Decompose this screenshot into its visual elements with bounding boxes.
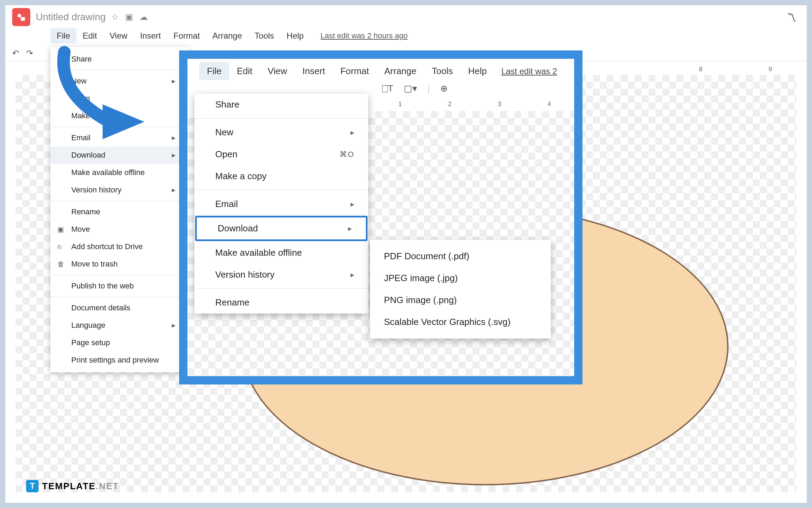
overlay-menu-help[interactable]: Help bbox=[460, 62, 494, 80]
redo-icon[interactable]: ↷ bbox=[26, 48, 33, 58]
watermark: T TEMPLATE.NET bbox=[26, 480, 119, 492]
chevron-right-icon: ▶ bbox=[351, 130, 354, 135]
menu-help[interactable]: Help bbox=[280, 28, 310, 43]
export-pdf[interactable]: PDF Document (.pdf) bbox=[370, 245, 551, 267]
ov-menu-make-copy[interactable]: Make a copy bbox=[194, 165, 368, 187]
title-actions: ☆ ▣ ☁ bbox=[111, 12, 148, 22]
chevron-right-icon: ▶ bbox=[172, 152, 176, 158]
watermark-text: TEMPLATE.NET bbox=[42, 481, 119, 492]
watermark-logo-icon: T bbox=[26, 480, 39, 492]
overlay-toolbar-icons: ⎕T ▢▾ | ⊕ bbox=[382, 83, 448, 94]
image-icon[interactable]: ▢▾ bbox=[404, 83, 417, 94]
menu-file[interactable]: File bbox=[50, 28, 77, 43]
overlay-file-dropdown: Share New▶ Open⌘O Make a copy Email▶ Dow… bbox=[194, 94, 368, 313]
folder-move-icon: ▣ bbox=[57, 225, 64, 233]
export-svg[interactable]: Scalable Vector Graphics (.svg) bbox=[370, 311, 551, 333]
ov-menu-email[interactable]: Email▶ bbox=[194, 193, 368, 215]
menu-version-history[interactable]: Version history▶ bbox=[50, 181, 190, 199]
overlay-menu-bar: File Edit View Insert Format Arrange Too… bbox=[187, 59, 574, 84]
overlay-last-edit[interactable]: Last edit was 2 bbox=[501, 66, 557, 76]
menu-offline[interactable]: Make available offline bbox=[50, 164, 190, 181]
menu-language[interactable]: Language▶ bbox=[50, 317, 190, 334]
menu-arrange[interactable]: Arrange bbox=[206, 28, 248, 43]
chevron-right-icon: ▶ bbox=[172, 78, 176, 84]
ov-menu-rename[interactable]: Rename bbox=[194, 292, 368, 313]
textbox-icon[interactable]: ⎕T bbox=[382, 83, 393, 94]
drawings-icon bbox=[16, 11, 27, 23]
last-edit-link[interactable]: Last edit was 2 hours ago bbox=[320, 31, 408, 40]
ruler-mark: 9 bbox=[769, 66, 772, 73]
annotation-arrow-icon bbox=[47, 45, 158, 143]
overlay-menu-arrange[interactable]: Arrange bbox=[377, 62, 424, 80]
ov-menu-download-highlighted[interactable]: Download▶ bbox=[195, 216, 368, 241]
export-png[interactable]: PNG image (.png) bbox=[370, 289, 551, 311]
chevron-right-icon: ▶ bbox=[348, 226, 352, 231]
app-window: Untitled drawing ☆ ▣ ☁ 〽 File Edit View … bbox=[5, 5, 807, 503]
svg-rect-1 bbox=[21, 17, 25, 21]
ov-menu-open[interactable]: Open⌘O bbox=[194, 143, 368, 165]
chevron-right-icon: ▶ bbox=[172, 135, 176, 141]
menu-details[interactable]: Document details bbox=[50, 299, 190, 317]
menu-tools[interactable]: Tools bbox=[248, 28, 280, 43]
cloud-icon[interactable]: ☁ bbox=[139, 12, 148, 22]
menu-publish[interactable]: Publish to the web bbox=[50, 277, 190, 295]
ruler-mark: 8 bbox=[699, 66, 702, 73]
ov-menu-history[interactable]: Version history▶ bbox=[194, 264, 368, 286]
ov-menu-offline[interactable]: Make available offline bbox=[194, 242, 368, 264]
menu-bar: File Edit View Insert Format Arrange Too… bbox=[5, 26, 807, 46]
menu-view[interactable]: View bbox=[103, 28, 134, 43]
menu-add-shortcut[interactable]: ⎋Add shortcut to Drive bbox=[50, 238, 190, 255]
document-title[interactable]: Untitled drawing bbox=[36, 11, 106, 23]
keyboard-shortcut: ⌘O bbox=[339, 150, 354, 159]
chevron-right-icon: ▶ bbox=[172, 323, 176, 328]
menu-trash[interactable]: 🗑Move to trash bbox=[50, 255, 190, 273]
undo-icon[interactable]: ↶ bbox=[12, 48, 19, 58]
overlay-menu-insert[interactable]: Insert bbox=[295, 62, 333, 80]
svg-point-0 bbox=[17, 14, 21, 18]
menu-insert[interactable]: Insert bbox=[134, 28, 167, 43]
comment-icon[interactable]: ⊕ bbox=[440, 83, 448, 94]
menu-edit[interactable]: Edit bbox=[77, 28, 103, 43]
app-logo[interactable] bbox=[12, 8, 30, 26]
menu-format[interactable]: Format bbox=[167, 28, 206, 43]
trash-icon: 🗑 bbox=[57, 260, 64, 268]
menu-print[interactable]: Print settings and preview bbox=[50, 351, 190, 369]
overlay-menu-edit[interactable]: Edit bbox=[229, 62, 260, 80]
download-submenu: PDF Document (.pdf) JPEG image (.jpg) PN… bbox=[370, 240, 551, 339]
menu-page-setup[interactable]: Page setup bbox=[50, 334, 190, 351]
ov-menu-new[interactable]: New▶ bbox=[194, 121, 368, 143]
chevron-right-icon: ▶ bbox=[172, 187, 176, 193]
chevron-right-icon: ▶ bbox=[351, 201, 354, 207]
export-jpg[interactable]: JPEG image (.jpg) bbox=[370, 267, 551, 289]
menu-download[interactable]: Download▶ bbox=[50, 146, 190, 164]
ov-menu-share[interactable]: Share bbox=[194, 94, 368, 116]
overlay-menu-format[interactable]: Format bbox=[333, 62, 377, 80]
title-bar: Untitled drawing ☆ ▣ ☁ 〽 bbox=[5, 5, 807, 26]
trending-icon[interactable]: 〽 bbox=[787, 12, 796, 23]
menu-move[interactable]: ▣Move bbox=[50, 221, 190, 238]
overlay-menu-file[interactable]: File bbox=[199, 62, 229, 80]
menu-rename[interactable]: Rename bbox=[50, 203, 190, 221]
overlay-menu-tools[interactable]: Tools bbox=[424, 62, 460, 80]
star-icon[interactable]: ☆ bbox=[111, 12, 119, 22]
overlay-menu-view[interactable]: View bbox=[260, 62, 295, 80]
overlay-ruler: 1 2 3 4 bbox=[375, 101, 574, 111]
drive-shortcut-icon: ⎋ bbox=[57, 243, 62, 251]
tutorial-overlay: File Edit View Insert Format Arrange Too… bbox=[179, 50, 582, 384]
chevron-right-icon: ▶ bbox=[351, 272, 354, 278]
move-folder-icon[interactable]: ▣ bbox=[125, 12, 133, 22]
